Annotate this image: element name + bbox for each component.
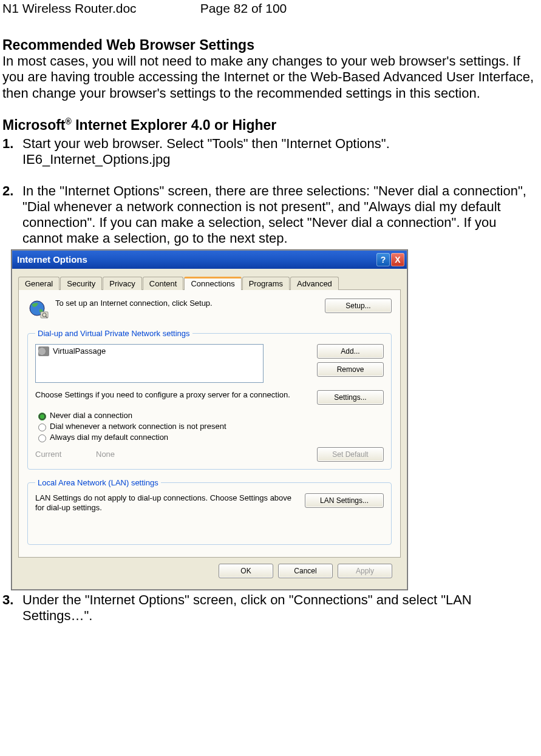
dialog-title: Internet Options <box>17 254 375 265</box>
list-item[interactable]: VirtualPassage <box>37 346 262 357</box>
lan-settings-button[interactable]: LAN Settings... <box>305 493 384 508</box>
dialog-tabs: General Security Privacy Content Connect… <box>18 274 401 290</box>
step-3-number: 3. <box>2 592 22 608</box>
tab-general[interactable]: General <box>18 277 60 290</box>
lan-legend: Local Area Network (LAN) settings <box>35 478 161 487</box>
add-button[interactable]: Add... <box>317 344 384 359</box>
current-row: Current None Set Default <box>35 447 384 462</box>
step-2-text: In the "Internet Options" screen, there … <box>22 183 539 246</box>
setup-button[interactable]: Setup... <box>325 299 392 313</box>
globe-icon <box>27 299 49 320</box>
internet-options-dialog: Internet Options ? X General Security Pr… <box>12 250 407 590</box>
tab-content[interactable]: Content <box>143 277 184 290</box>
step-3-text: Under the "Internet Options" screen, cli… <box>22 592 539 624</box>
current-label: Current <box>35 450 96 459</box>
lan-group: Local Area Network (LAN) settings LAN Se… <box>27 478 392 545</box>
apply-button: Apply <box>338 564 392 578</box>
settings-button[interactable]: Settings... <box>317 390 384 405</box>
document-page: N1 Wireless Router.doc Page 82 of 100 Re… <box>0 0 541 636</box>
heading-ie: Microsoft® Internet Explorer 4.0 or High… <box>2 116 539 133</box>
step-1-text: Start your web browser. Select "Tools" t… <box>22 136 539 167</box>
remove-button[interactable]: Remove <box>317 362 384 377</box>
dialup-legend: Dial-up and Virtual Private Network sett… <box>35 329 192 338</box>
lan-text: LAN Settings do not apply to dial-up con… <box>35 493 305 513</box>
dialog-bottom-buttons: OK Cancel Apply <box>18 558 401 587</box>
connection-listbox[interactable]: VirtualPassage <box>35 344 264 383</box>
step-1-number: 1. <box>2 136 22 152</box>
document-filename: N1 Wireless Router.doc <box>2 1 197 16</box>
setup-text: To set up an Internet connection, click … <box>55 299 325 308</box>
dialog-body: General Security Privacy Content Connect… <box>12 269 407 590</box>
dial-radio-group: Never dial a connection Dial whenever a … <box>35 411 384 442</box>
setup-row: To set up an Internet connection, click … <box>27 299 392 320</box>
connections-panel: To set up an Internet connection, click … <box>18 290 401 558</box>
connection-icon <box>38 346 49 356</box>
step-2-number: 2. <box>2 183 22 199</box>
tab-privacy[interactable]: Privacy <box>103 277 142 290</box>
radio-always-dial-label: Always dial my default connection <box>50 433 168 442</box>
dialup-group: Dial-up and Virtual Private Network sett… <box>27 329 392 470</box>
radio-never-dial-label: Never dial a connection <box>50 411 132 420</box>
set-default-button: Set Default <box>317 447 384 462</box>
steps-list-cont: 2. In the "Internet Options" screen, the… <box>2 183 539 246</box>
registered-icon: ® <box>66 116 72 126</box>
radio-dial-when-absent-input[interactable] <box>38 424 46 431</box>
radio-always-dial[interactable]: Always dial my default connection <box>35 433 384 442</box>
tab-security[interactable]: Security <box>60 277 102 290</box>
current-value: None <box>96 450 317 459</box>
dialog-titlebar[interactable]: Internet Options ? X <box>12 251 407 269</box>
heading-ie-b: Internet Explorer 4.0 or Higher <box>72 117 276 133</box>
ok-button[interactable]: OK <box>219 564 273 578</box>
document-header: N1 Wireless Router.doc Page 82 of 100 <box>2 0 539 37</box>
help-icon[interactable]: ? <box>376 253 390 266</box>
radio-dial-when-absent[interactable]: Dial whenever a network connection is no… <box>35 422 384 431</box>
steps-list: 1. Start your web browser. Select "Tools… <box>2 136 539 167</box>
list-item-label: VirtualPassage <box>53 346 106 356</box>
step-2: 2. In the "Internet Options" screen, the… <box>2 183 539 246</box>
tab-connections[interactable]: Connections <box>184 277 241 290</box>
page-indicator: Page 82 of 100 <box>200 1 287 16</box>
step-3: 3. Under the "Internet Options" screen, … <box>2 592 539 624</box>
heading-ie-a: Microsoft <box>2 117 66 133</box>
heading-recommended: Recommended Web Browser Settings <box>2 37 539 53</box>
cancel-button[interactable]: Cancel <box>278 564 333 578</box>
radio-always-dial-input[interactable] <box>38 434 46 442</box>
radio-never-dial-input[interactable] <box>38 413 46 420</box>
proxy-text: Choose Settings if you need to configure… <box>35 390 317 400</box>
tab-advanced[interactable]: Advanced <box>290 277 339 290</box>
close-icon[interactable]: X <box>391 253 404 266</box>
steps-list-after: 3. Under the "Internet Options" screen, … <box>2 592 539 624</box>
tab-programs[interactable]: Programs <box>242 277 290 290</box>
step-1: 1. Start your web browser. Select "Tools… <box>2 136 539 167</box>
intro-paragraph: In most cases, you will not need to make… <box>2 53 539 101</box>
radio-dial-when-absent-label: Dial whenever a network connection is no… <box>50 422 226 431</box>
radio-never-dial[interactable]: Never dial a connection <box>35 411 384 420</box>
